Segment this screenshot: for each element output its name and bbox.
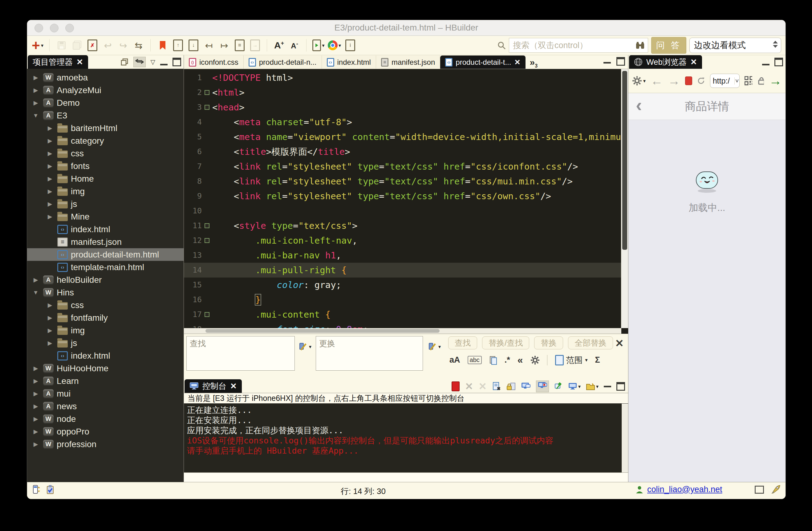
count-matches-button[interactable]: Σ [595,355,600,365]
undo-button[interactable]: ↩ [102,38,114,53]
expand-arrow-icon[interactable]: ▶ [31,428,40,435]
expand-arrow-icon[interactable]: ▶ [46,175,54,182]
maximize-panel-icon[interactable] [173,58,181,66]
expand-arrow-icon[interactable]: ▶ [31,276,40,283]
expand-arrow-icon[interactable]: ▶ [31,87,40,94]
expand-arrow-icon[interactable]: ▶ [31,377,40,385]
browser-forward-button[interactable]: → [668,75,680,87]
whole-word-toggle[interactable]: abc [468,356,482,364]
expand-arrow-icon[interactable]: ▶ [46,137,54,144]
tree-item[interactable]: ▶Home [27,172,184,185]
expand-arrow-icon[interactable]: ▶ [46,314,54,321]
expand-arrow-icon[interactable]: ▶ [46,339,54,347]
lock-icon[interactable] [757,76,764,85]
lock-console-icon[interactable] [506,382,516,391]
browser-refresh-button[interactable] [697,76,705,86]
fold-marker-icon[interactable] [202,85,212,100]
editor-tab[interactable]: product-detail-n... [244,56,322,69]
tree-item[interactable]: ▶js [27,337,184,349]
tree-item[interactable]: ▶ALearn [27,375,184,387]
panel-splitter[interactable] [184,373,628,379]
find-input[interactable] [186,336,295,371]
editor-tab[interactable]: iconfont.css [184,56,244,69]
search-backwards-toggle[interactable]: « [518,354,523,366]
tree-item[interactable]: ▶WHuiHooHome [27,362,184,375]
project-tree[interactable]: ▶Wamoeba▶AAnalyzeMui▶ADemo▼AE3▶baritemHt… [27,69,184,482]
open-list-button[interactable]: ≡ [233,38,246,53]
expand-arrow-icon[interactable]: ▼ [31,289,40,296]
expand-arrow-icon[interactable]: ▶ [46,302,54,309]
selection-scope-icon[interactable] [489,355,497,365]
tree-item[interactable]: ▶Anews [27,400,184,413]
font-increase-button[interactable]: A+ [273,38,285,53]
expand-arrow-icon[interactable]: ▶ [46,188,54,195]
doc-forward-button[interactable]: → [249,38,261,53]
close-all-button[interactable]: ✗ [86,38,99,53]
tree-item[interactable]: ▶fonts [27,160,184,172]
close-icon[interactable]: ✕ [514,58,520,67]
link-with-editor-toggle[interactable] [133,57,146,67]
maximize-panel-icon[interactable] [617,382,625,391]
window-switch-icon[interactable] [755,486,764,494]
new-file-button[interactable]: +▾ [31,38,44,53]
tab-web-browser[interactable]: Web浏览器 ✕ [629,55,702,69]
minimize-window-button[interactable] [50,24,59,32]
tree-item[interactable]: ▶img [27,324,184,337]
save-button[interactable] [56,38,68,53]
scope-select[interactable]: 范围 ▾ [555,354,588,366]
tree-item[interactable]: template-main.html [27,261,184,274]
browser-stop-button[interactable] [685,76,692,85]
fold-marker-icon[interactable] [202,100,212,115]
editor-tab[interactable]: index.html [322,56,376,69]
tree-item[interactable]: ▶img [27,185,184,198]
feedback-button[interactable]: i [344,38,357,53]
hscroll-thumb[interactable] [205,329,439,333]
fold-marker-icon[interactable] [202,233,212,248]
tab-project-manager[interactable]: 项目管理器 ✕ [28,55,88,69]
browser-go-button[interactable]: → [769,75,782,87]
find-button[interactable]: 替换 [534,336,563,349]
close-icon[interactable]: ✕ [230,381,237,391]
font-decrease-button[interactable]: A- [288,38,301,53]
browser-settings-button[interactable]: ▾ [632,76,646,86]
expand-arrow-icon[interactable]: ▶ [46,213,54,220]
account-link[interactable]: colin_liao@yeah.net [647,485,722,494]
binoculars-icon[interactable] [636,41,645,49]
qa-button[interactable]: 问 答 [651,37,686,54]
expand-arrow-icon[interactable]: ▶ [31,415,40,422]
expand-arrow-icon[interactable]: ▶ [46,150,54,157]
tree-item[interactable]: ▶ADemo [27,97,184,109]
editor-hscrollbar[interactable] [184,328,621,334]
close-window-button[interactable] [34,24,43,32]
tree-item[interactable]: ▼WHins [27,286,184,299]
regex-toggle[interactable]: .* [505,355,510,365]
save-all-button[interactable] [71,38,83,53]
fold-marker-icon[interactable] [202,218,212,233]
run-on-device-button[interactable]: ▾ [313,38,325,53]
close-findbar-button[interactable]: ✕ [615,337,624,349]
nav-forward-button[interactable]: ↦ [218,38,230,53]
device-sync-icon[interactable] [33,485,41,494]
tree-item[interactable]: ▼AE3 [27,109,184,122]
gear-icon[interactable] [531,355,540,365]
format-code-button[interactable]: ⇆ [132,38,145,53]
console-log[interactable]: 正在建立连接...正在安装应用...应用安装完成，正在同步替换项目资源...iO… [184,404,628,472]
tree-item[interactable]: ▶Mine [27,210,184,223]
nav-back-button[interactable]: ↤ [203,38,215,53]
tree-item[interactable]: ▶css [27,299,184,311]
clear-log-icon[interactable] [492,382,501,391]
tree-item[interactable]: ▶Wnode [27,413,184,425]
close-icon[interactable]: ✕ [76,57,83,67]
page-back-icon[interactable]: ‹ [636,94,642,116]
find-button[interactable]: 全部替换 [568,336,613,349]
run-in-chrome-button[interactable]: ▾ [328,38,341,53]
search-input[interactable] [512,40,633,51]
tree-item[interactable]: ▶Wprofession [27,438,184,450]
expand-arrow-icon[interactable]: ▶ [31,99,40,107]
collapse-all-icon[interactable] [120,58,129,66]
minimize-panel-icon[interactable] [762,64,769,65]
bookmark-button[interactable] [157,38,169,53]
expand-arrow-icon[interactable]: ▶ [31,390,40,397]
tree-item[interactable]: ▶AAnalyzeMui [27,84,184,97]
prev-edit-button[interactable]: ↑ [172,38,184,53]
